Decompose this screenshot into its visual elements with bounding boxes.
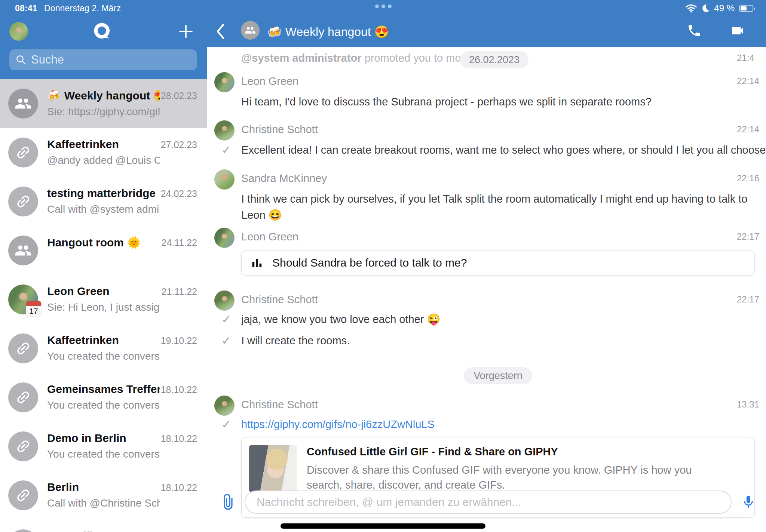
christine-avatar[interactable]	[214, 290, 235, 311]
message-sender: Leon Green	[241, 231, 298, 243]
search-input[interactable]: Suche	[9, 49, 197, 70]
message-text: jaja, we know you two love each other 😜	[241, 313, 441, 325]
poll-card[interactable]: Should Sandra be forced to talk to me?	[241, 250, 755, 276]
microphone-icon[interactable]	[742, 493, 755, 511]
read-checkmark-icon: ✓	[221, 142, 231, 158]
christine-avatar[interactable]	[214, 396, 235, 416]
link-preview-description: Discover & share this Confused GIF with …	[307, 462, 726, 492]
sandra-avatar[interactable]	[214, 169, 235, 190]
conversation-date: 18.10.22	[161, 482, 197, 493]
search-placeholder: Suche	[31, 53, 64, 67]
message-line: ✓ https://giphy.com/gifs/no-ji6zzUZwNluL…	[241, 416, 755, 433]
message-line: ✓ I will create the rooms.	[241, 333, 755, 349]
conversation-berlin[interactable]: Berlin Call with @Christine Schott an...…	[0, 471, 207, 520]
battery-icon	[739, 5, 753, 12]
conversation-demo-in-berlin[interactable]: Demo in Berlin You created the conversat…	[0, 422, 207, 471]
sidebar-toolbar	[9, 21, 196, 42]
conversation-subtitle: Call with @Christine Schott an...	[47, 497, 160, 510]
home-indicator[interactable]	[281, 523, 485, 529]
message-time: 22:16	[737, 173, 759, 184]
system-message-text: promoted you to mod	[362, 52, 467, 64]
link-icon	[8, 480, 38, 510]
conversation-subtitle: @andy added @Louis Chemine...	[47, 154, 160, 167]
conversation-subtitle: Sie: Hi Leon, I just assigned yo...	[47, 301, 160, 314]
group-icon	[8, 236, 38, 265]
message-group: Leon Green 22:17 Should Sandra be forced…	[241, 231, 755, 276]
link-icon	[8, 382, 38, 412]
conversation-date: 24.02.23	[161, 188, 197, 199]
conversation-date: 28.02.23	[161, 90, 197, 101]
christine-avatar[interactable]	[214, 120, 235, 141]
moon-icon	[701, 3, 710, 13]
my-avatar[interactable]	[9, 22, 28, 41]
conversation-title: Kaffeetrinken	[47, 334, 160, 347]
conversation-kaffeetrinken-1[interactable]: Kaffeetrinken @andy added @Louis Chemine…	[0, 128, 207, 177]
plus-icon[interactable]	[178, 23, 194, 40]
battery-percent: 49 %	[714, 3, 735, 13]
talk-app: 08:41Donnerstag 2. März Suche	[0, 0, 766, 532]
conversation-title: Berlin	[47, 481, 160, 493]
conversation-date: 18.10.22	[161, 384, 197, 395]
message-sender: Leon Green	[241, 75, 298, 87]
message-text: Hi team, I'd love to discuss the Subrana…	[241, 94, 755, 110]
link-preview-image	[249, 445, 297, 493]
conversation-title: testing matterbridge	[47, 187, 160, 200]
conversation-title: Leon Green	[47, 285, 160, 298]
message-time: 21:41	[737, 53, 755, 63]
status-time-date: 08:41Donnerstag 2. März	[15, 3, 121, 13]
conversation-kaffeetrinken-2[interactable]: Kaffeetrinken You created the conversati…	[0, 324, 207, 373]
paperclip-icon[interactable]	[221, 493, 236, 511]
conversation-title: Hangout room 🌞	[47, 236, 160, 249]
conversation-hangout-room[interactable]: Hangout room 🌞 24.11.22	[0, 226, 207, 275]
leon-avatar[interactable]	[214, 228, 235, 248]
chat-header: 49 % 🍻 Weekly hangout 😍	[207, 0, 766, 47]
poll-icon	[251, 257, 263, 268]
status-time: 08:41	[15, 3, 37, 13]
conversation-subtitle: You created the conversation	[47, 448, 160, 461]
link-icon	[8, 187, 38, 216]
talk-logo-icon	[93, 22, 112, 41]
wifi-icon	[686, 4, 697, 13]
message-time: 22:17	[737, 231, 759, 242]
message-group: Christine Schott 22:17 ✓ jaja, we know y…	[241, 293, 755, 349]
chat-panel: 49 % 🍻 Weekly hangout 😍 26.02.2023	[207, 0, 766, 532]
search-icon	[15, 54, 27, 65]
message-link[interactable]: https://giphy.com/gifs/no-ji6zzUZwNluLS	[241, 418, 435, 430]
message-sender: Christine Schott	[241, 399, 318, 410]
message-text: I will create the rooms.	[241, 335, 350, 347]
link-icon	[8, 431, 38, 461]
message-area: 26.02.2023 @system administrator promote…	[207, 47, 766, 532]
conversation-date: 19.10.22	[161, 335, 197, 346]
message-group: Christine Schott 22:14 ✓ Excellent idea!…	[241, 123, 755, 158]
composer: Nachricht schreiben, @ um jemanden zu er…	[218, 491, 755, 514]
link-icon	[8, 529, 38, 532]
conversation-leon-green[interactable]: 17 Leon Green Sie: Hi Leon, I just assig…	[0, 275, 207, 324]
multitask-dots-icon[interactable]	[375, 4, 392, 8]
conversation-testing-matterbridge[interactable]: testing matterbridge Call with @system a…	[0, 177, 207, 226]
conversation-list: 🍻 Weekly hangout 😍 Sie: https://giphy.co…	[0, 79, 207, 532]
conversation-subtitle: Call with @system administrato...	[47, 203, 160, 216]
read-checkmark-icon: ✓	[221, 416, 231, 433]
conversation-title: Demo in Berlin	[47, 432, 160, 445]
message-text: I think we can pick by ourselves, if you…	[241, 191, 755, 223]
conversation-weekly-hangout[interactable]: 🍻 Weekly hangout 😍 Sie: https://giphy.co…	[0, 79, 207, 128]
chat-title[interactable]: 🍻 Weekly hangout 😍	[267, 25, 389, 39]
phone-icon[interactable]	[687, 23, 702, 38]
video-icon[interactable]	[729, 23, 746, 38]
leon-avatar[interactable]	[214, 72, 235, 92]
conversation-date: 21.11.22	[162, 286, 197, 297]
conversation-gemeinsames-treffen[interactable]: Gemeinsames Treffen You created the conv…	[0, 373, 207, 422]
group-icon[interactable]	[241, 21, 260, 40]
day-separator: Vorgestern	[241, 367, 755, 384]
system-message-actor: @system administrator	[241, 52, 362, 64]
message-input[interactable]: Nachricht schreiben, @ um jemanden zu er…	[245, 491, 732, 514]
sidebar-header: 08:41Donnerstag 2. März Suche	[0, 0, 207, 79]
message-time: 22:17	[737, 294, 759, 305]
conversation-title: Kaffeetrinken	[47, 138, 160, 151]
link-preview-title: Confused Little Girl GIF - Find & Share …	[307, 446, 747, 458]
back-icon[interactable]	[215, 23, 225, 40]
chat-actions	[687, 23, 746, 38]
message-time: 13:31	[737, 399, 759, 410]
conversation-new-office[interactable]: New Office 29.09.22	[0, 520, 207, 532]
message-group: Sandra McKinney 22:16 I think we can pic…	[241, 172, 755, 223]
